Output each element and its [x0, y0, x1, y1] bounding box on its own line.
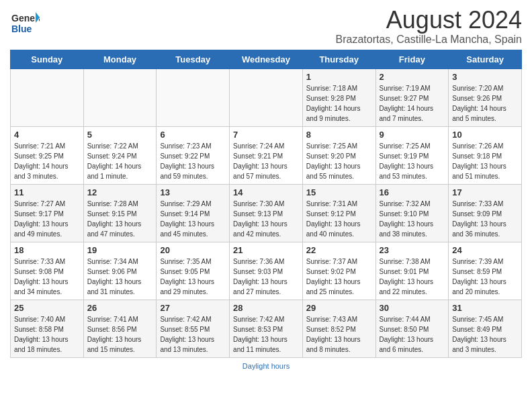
day-info: Sunrise: 7:27 AMSunset: 9:17 PMDaylight:…: [14, 199, 80, 239]
day-number: 22: [306, 245, 372, 255]
day-cell: 24Sunrise: 7:39 AMSunset: 8:59 PMDayligh…: [449, 242, 522, 300]
week-row-2: 4Sunrise: 7:21 AMSunset: 9:25 PMDaylight…: [11, 126, 522, 184]
day-cell: 8Sunrise: 7:25 AMSunset: 9:20 PMDaylight…: [302, 126, 375, 184]
day-header-friday: Friday: [375, 50, 449, 68]
day-cell: 23Sunrise: 7:38 AMSunset: 9:01 PMDayligh…: [375, 242, 449, 300]
day-cell: 5Sunrise: 7:22 AMSunset: 9:24 PMDaylight…: [83, 126, 157, 184]
day-number: 14: [233, 187, 299, 197]
day-number: 29: [306, 303, 372, 313]
day-number: 25: [14, 303, 80, 313]
day-cell: 27Sunrise: 7:42 AMSunset: 8:55 PMDayligh…: [157, 300, 230, 357]
day-cell: 4Sunrise: 7:21 AMSunset: 9:25 PMDaylight…: [11, 126, 84, 184]
day-info: Sunrise: 7:32 AMSunset: 9:10 PMDaylight:…: [380, 199, 445, 239]
day-cell: 17Sunrise: 7:33 AMSunset: 9:09 PMDayligh…: [449, 184, 522, 242]
day-info: Sunrise: 7:33 AMSunset: 9:09 PMDaylight:…: [452, 199, 518, 239]
day-header-wednesday: Wednesday: [230, 50, 303, 68]
day-info: Sunrise: 7:35 AMSunset: 9:05 PMDaylight:…: [160, 257, 226, 297]
day-cell: 9Sunrise: 7:25 AMSunset: 9:19 PMDaylight…: [375, 126, 449, 184]
day-cell: 29Sunrise: 7:43 AMSunset: 8:52 PMDayligh…: [302, 300, 375, 357]
day-cell: 14Sunrise: 7:30 AMSunset: 9:13 PMDayligh…: [230, 184, 303, 242]
svg-text:Blue: Blue: [11, 24, 32, 34]
logo: General Blue: [10, 7, 40, 36]
day-info: Sunrise: 7:41 AMSunset: 8:56 PMDaylight:…: [87, 314, 153, 355]
day-info: Sunrise: 7:42 AMSunset: 8:55 PMDaylight:…: [160, 314, 226, 355]
title-block: August 2024 Brazatortas, Castille-La Man…: [336, 7, 522, 46]
day-cell: 15Sunrise: 7:31 AMSunset: 9:12 PMDayligh…: [302, 184, 375, 242]
header-row: SundayMondayTuesdayWednesdayThursdayFrid…: [11, 50, 522, 68]
day-info: Sunrise: 7:18 AMSunset: 9:28 PMDaylight:…: [306, 83, 372, 124]
day-info: Sunrise: 7:37 AMSunset: 9:02 PMDaylight:…: [306, 257, 372, 297]
day-cell: 25Sunrise: 7:40 AMSunset: 8:58 PMDayligh…: [11, 300, 84, 357]
day-cell: 6Sunrise: 7:23 AMSunset: 9:22 PMDaylight…: [157, 126, 230, 184]
day-cell: 18Sunrise: 7:33 AMSunset: 9:08 PMDayligh…: [11, 242, 84, 300]
day-cell: 3Sunrise: 7:20 AMSunset: 9:26 PMDaylight…: [449, 68, 522, 126]
day-cell: 19Sunrise: 7:34 AMSunset: 9:06 PMDayligh…: [83, 242, 157, 300]
day-info: Sunrise: 7:44 AMSunset: 8:50 PMDaylight:…: [380, 314, 445, 355]
day-info: Sunrise: 7:30 AMSunset: 9:13 PMDaylight:…: [233, 199, 299, 239]
day-number: 12: [87, 187, 153, 197]
day-info: Sunrise: 7:21 AMSunset: 9:25 PMDaylight:…: [14, 141, 80, 181]
header: General Blue August 2024 Brazatortas, Ca…: [10, 7, 522, 46]
day-number: 20: [160, 245, 226, 255]
day-info: Sunrise: 7:43 AMSunset: 8:52 PMDaylight:…: [306, 314, 372, 355]
day-info: Sunrise: 7:24 AMSunset: 9:21 PMDaylight:…: [233, 141, 299, 181]
day-number: 21: [233, 245, 299, 255]
day-cell: [230, 68, 303, 126]
day-info: Sunrise: 7:31 AMSunset: 9:12 PMDaylight:…: [306, 199, 372, 239]
svg-text:General: General: [11, 13, 40, 24]
day-number: 2: [380, 72, 445, 82]
day-info: Sunrise: 7:23 AMSunset: 9:22 PMDaylight:…: [160, 141, 226, 181]
day-cell: 12Sunrise: 7:28 AMSunset: 9:15 PMDayligh…: [83, 184, 157, 242]
week-row-3: 11Sunrise: 7:27 AMSunset: 9:17 PMDayligh…: [11, 184, 522, 242]
day-number: 1: [306, 72, 372, 82]
day-cell: 21Sunrise: 7:36 AMSunset: 9:03 PMDayligh…: [230, 242, 303, 300]
day-cell: 28Sunrise: 7:42 AMSunset: 8:53 PMDayligh…: [230, 300, 303, 357]
day-info: Sunrise: 7:42 AMSunset: 8:53 PMDaylight:…: [233, 314, 299, 355]
day-cell: 7Sunrise: 7:24 AMSunset: 9:21 PMDaylight…: [230, 126, 303, 184]
day-info: Sunrise: 7:22 AMSunset: 9:24 PMDaylight:…: [87, 141, 153, 181]
day-header-sunday: Sunday: [11, 50, 84, 68]
day-info: Sunrise: 7:25 AMSunset: 9:20 PMDaylight:…: [306, 141, 372, 181]
week-row-4: 18Sunrise: 7:33 AMSunset: 9:08 PMDayligh…: [11, 242, 522, 300]
day-cell: 11Sunrise: 7:27 AMSunset: 9:17 PMDayligh…: [11, 184, 84, 242]
day-cell: 13Sunrise: 7:29 AMSunset: 9:14 PMDayligh…: [157, 184, 230, 242]
page-container: General Blue August 2024 Brazatortas, Ca…: [0, 0, 532, 377]
day-info: Sunrise: 7:28 AMSunset: 9:15 PMDaylight:…: [87, 199, 153, 239]
day-cell: [83, 68, 157, 126]
day-header-monday: Monday: [83, 50, 157, 68]
day-cell: [157, 68, 230, 126]
day-number: 16: [380, 187, 445, 197]
day-cell: 10Sunrise: 7:26 AMSunset: 9:18 PMDayligh…: [449, 126, 522, 184]
day-cell: 31Sunrise: 7:45 AMSunset: 8:49 PMDayligh…: [449, 300, 522, 357]
day-cell: 30Sunrise: 7:44 AMSunset: 8:50 PMDayligh…: [375, 300, 449, 357]
day-cell: 20Sunrise: 7:35 AMSunset: 9:05 PMDayligh…: [157, 242, 230, 300]
day-cell: 16Sunrise: 7:32 AMSunset: 9:10 PMDayligh…: [375, 184, 449, 242]
day-number: 26: [87, 303, 153, 313]
day-info: Sunrise: 7:40 AMSunset: 8:58 PMDaylight:…: [14, 314, 80, 355]
footer-link[interactable]: Daylight hours: [242, 362, 290, 370]
week-row-1: 1Sunrise: 7:18 AMSunset: 9:28 PMDaylight…: [11, 68, 522, 126]
day-number: 28: [233, 303, 299, 313]
day-number: 7: [233, 130, 299, 140]
day-number: 23: [380, 245, 445, 255]
day-number: 24: [452, 245, 518, 255]
location: Brazatortas, Castille-La Mancha, Spain: [336, 34, 522, 46]
day-number: 27: [160, 303, 226, 313]
day-info: Sunrise: 7:36 AMSunset: 9:03 PMDaylight:…: [233, 257, 299, 297]
day-cell: 2Sunrise: 7:19 AMSunset: 9:27 PMDaylight…: [375, 68, 449, 126]
day-number: 4: [14, 130, 80, 140]
day-cell: 26Sunrise: 7:41 AMSunset: 8:56 PMDayligh…: [83, 300, 157, 357]
day-info: Sunrise: 7:20 AMSunset: 9:26 PMDaylight:…: [452, 83, 518, 124]
day-cell: 1Sunrise: 7:18 AMSunset: 9:28 PMDaylight…: [302, 68, 375, 126]
footer: Daylight hours: [10, 362, 522, 370]
day-number: 19: [87, 245, 153, 255]
day-number: 3: [452, 72, 518, 82]
day-number: 30: [380, 303, 445, 313]
day-info: Sunrise: 7:39 AMSunset: 8:59 PMDaylight:…: [452, 257, 518, 297]
day-info: Sunrise: 7:26 AMSunset: 9:18 PMDaylight:…: [452, 141, 518, 181]
logo-icon: General Blue: [10, 7, 40, 36]
day-info: Sunrise: 7:19 AMSunset: 9:27 PMDaylight:…: [380, 83, 445, 124]
day-number: 8: [306, 130, 372, 140]
day-number: 15: [306, 187, 372, 197]
week-row-5: 25Sunrise: 7:40 AMSunset: 8:58 PMDayligh…: [11, 300, 522, 357]
